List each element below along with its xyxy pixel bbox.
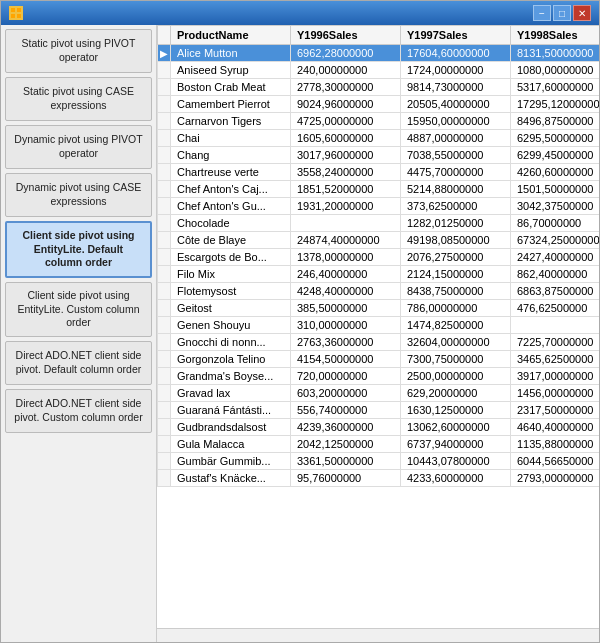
sales-cell: 3465,62500000	[511, 351, 600, 368]
sales-cell: 6295,50000000	[511, 130, 600, 147]
sidebar: Static pivot using PIVOT operatorStatic …	[1, 25, 156, 642]
sales-cell: 8131,50000000	[511, 45, 600, 62]
sidebar-btn-ado-custom[interactable]: Direct ADO.NET client side pivot. Custom…	[5, 389, 152, 433]
window-icon	[9, 6, 23, 20]
table-row[interactable]: Gravad lax603,20000000629,200000001456,0…	[158, 385, 600, 402]
sales-cell: 67324,25000000	[511, 232, 600, 249]
sales-cell: 3917,00000000	[511, 368, 600, 385]
sales-cell: 86,70000000	[511, 215, 600, 232]
title-bar-left	[9, 6, 29, 20]
table-row[interactable]: Genen Shouyu310,000000001474,82500000	[158, 317, 600, 334]
sales-cell: 2042,12500000	[291, 436, 401, 453]
product-name-cell: Boston Crab Meat	[171, 79, 291, 96]
product-name-cell: Gula Malacca	[171, 436, 291, 453]
sidebar-btn-ado-default[interactable]: Direct ADO.NET client side pivot. Defaul…	[5, 341, 152, 385]
row-indicator	[158, 232, 171, 249]
sidebar-btn-dynamic-case[interactable]: Dynamic pivot using CASE expressions	[5, 173, 152, 217]
sales-cell: 10443,07800000	[401, 453, 511, 470]
table-row[interactable]: Carnarvon Tigers4725,0000000015950,00000…	[158, 113, 600, 130]
table-row[interactable]: Geitost385,50000000786,00000000476,62500…	[158, 300, 600, 317]
table-row[interactable]: Grandma's Boyse...720,000000002500,00000…	[158, 368, 600, 385]
table-row[interactable]: Chartreuse verte3558,240000004475,700000…	[158, 164, 600, 181]
table-row[interactable]: Chang3017,960000007038,550000006299,4500…	[158, 147, 600, 164]
sales-cell: 5214,88000000	[401, 181, 511, 198]
sales-cell: 4248,40000000	[291, 283, 401, 300]
row-indicator	[158, 368, 171, 385]
row-indicator	[158, 164, 171, 181]
row-indicator	[158, 334, 171, 351]
sales-cell: 7225,70000000	[511, 334, 600, 351]
sales-cell: 246,40000000	[291, 266, 401, 283]
product-name-cell: Côte de Blaye	[171, 232, 291, 249]
minimize-button[interactable]: −	[533, 5, 551, 21]
sales-cell: 1135,88000000	[511, 436, 600, 453]
table-row[interactable]: Filo Mix246,400000002124,15000000862,400…	[158, 266, 600, 283]
svg-rect-0	[11, 8, 15, 12]
sales-cell: 6737,94000000	[401, 436, 511, 453]
table-row[interactable]: Gnocchi di nonn...2763,3600000032604,000…	[158, 334, 600, 351]
table-row[interactable]: Côte de Blaye24874,4000000049198,0850000…	[158, 232, 600, 249]
close-button[interactable]: ✕	[573, 5, 591, 21]
sales-cell: 4154,50000000	[291, 351, 401, 368]
row-indicator-header	[158, 26, 171, 45]
sidebar-btn-static-pivot[interactable]: Static pivot using PIVOT operator	[5, 29, 152, 73]
sales-cell: 2317,50000000	[511, 402, 600, 419]
col-header-productname: ProductName	[171, 26, 291, 45]
product-name-cell: Chef Anton's Gu...	[171, 198, 291, 215]
sales-cell: 4239,36000000	[291, 419, 401, 436]
row-indicator	[158, 385, 171, 402]
sales-cell: 1724,00000000	[401, 62, 511, 79]
svg-rect-3	[17, 14, 21, 18]
sales-cell: 6044,56650000	[511, 453, 600, 470]
table-row[interactable]: Gustaf's Knäcke...95,760000004233,600000…	[158, 470, 600, 487]
sidebar-btn-client-default[interactable]: Client side pivot using EntityLite. Defa…	[5, 221, 152, 278]
sales-cell: 1501,50000000	[511, 181, 600, 198]
sales-cell	[511, 317, 600, 334]
table-row[interactable]: Camembert Pierrot9024,9600000020505,4000…	[158, 96, 600, 113]
product-name-cell: Genen Shouyu	[171, 317, 291, 334]
product-name-cell: Aniseed Syrup	[171, 62, 291, 79]
sales-cell: 32604,00000000	[401, 334, 511, 351]
sales-cell: 310,00000000	[291, 317, 401, 334]
row-indicator	[158, 113, 171, 130]
table-row[interactable]: Gumbär Gummib...3361,5000000010443,07800…	[158, 453, 600, 470]
sales-cell: 5317,60000000	[511, 79, 600, 96]
table-row[interactable]: Chai1605,600000004887,000000006295,50000…	[158, 130, 600, 147]
row-indicator	[158, 436, 171, 453]
product-name-cell: Gumbär Gummib...	[171, 453, 291, 470]
product-name-cell: Chai	[171, 130, 291, 147]
product-name-cell: Gustaf's Knäcke...	[171, 470, 291, 487]
table-header: ProductNameY1996SalesY1997SalesY1998Sale…	[158, 26, 600, 45]
table-row[interactable]: Boston Crab Meat2778,300000009814,730000…	[158, 79, 600, 96]
table-row[interactable]: Guaraná Fántásti...556,740000001630,1250…	[158, 402, 600, 419]
sales-cell: 15950,00000000	[401, 113, 511, 130]
row-indicator	[158, 470, 171, 487]
row-indicator	[158, 215, 171, 232]
sales-cell: 2076,27500000	[401, 249, 511, 266]
table-row[interactable]: Chef Anton's Gu...1931,20000000373,62500…	[158, 198, 600, 215]
table-row[interactable]: Chocolade1282,0125000086,70000000	[158, 215, 600, 232]
table-row[interactable]: Flotemysost4248,400000008438,75000000686…	[158, 283, 600, 300]
sidebar-btn-client-custom[interactable]: Client side pivot using EntityLite. Cust…	[5, 282, 152, 337]
maximize-button[interactable]: □	[553, 5, 571, 21]
table-row[interactable]: Gudbrandsdalsost4239,3600000013062,60000…	[158, 419, 600, 436]
row-indicator	[158, 79, 171, 96]
table-row[interactable]: Gula Malacca2042,125000006737,9400000011…	[158, 436, 600, 453]
table-container[interactable]: ProductNameY1996SalesY1997SalesY1998Sale…	[157, 25, 599, 628]
product-name-cell: Flotemysost	[171, 283, 291, 300]
table-row[interactable]: Escargots de Bo...1378,000000002076,2750…	[158, 249, 600, 266]
product-name-cell: Gudbrandsdalsost	[171, 419, 291, 436]
sidebar-btn-static-case[interactable]: Static pivot using CASE expressions	[5, 77, 152, 121]
horizontal-scrollbar[interactable]	[157, 628, 599, 642]
sales-cell: 8496,87500000	[511, 113, 600, 130]
table-row[interactable]: Gorgonzola Telino4154,500000007300,75000…	[158, 351, 600, 368]
table-row[interactable]: Aniseed Syrup240,000000001724,0000000010…	[158, 62, 600, 79]
sales-cell: 2778,30000000	[291, 79, 401, 96]
table-row[interactable]: ▶Alice Mutton6962,2800000017604,60000000…	[158, 45, 600, 62]
sales-cell: 24874,40000000	[291, 232, 401, 249]
sales-cell: 49198,08500000	[401, 232, 511, 249]
sidebar-btn-dynamic-pivot[interactable]: Dynamic pivot using PIVOT operator	[5, 125, 152, 169]
table-row[interactable]: Chef Anton's Caj...1851,520000005214,880…	[158, 181, 600, 198]
sales-cell: 1474,82500000	[401, 317, 511, 334]
sales-cell: 7300,75000000	[401, 351, 511, 368]
